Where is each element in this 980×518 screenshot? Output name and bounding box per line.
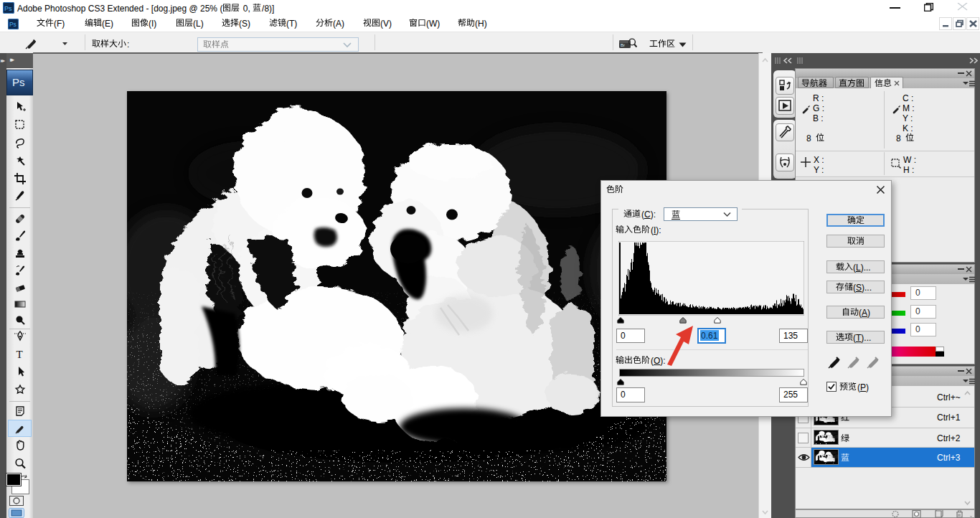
- svg-text:Ps: Ps: [9, 21, 17, 28]
- svg-text:Br: Br: [621, 43, 625, 47]
- svg-text:T: T: [17, 349, 23, 360]
- svg-text:Ps: Ps: [4, 5, 12, 12]
